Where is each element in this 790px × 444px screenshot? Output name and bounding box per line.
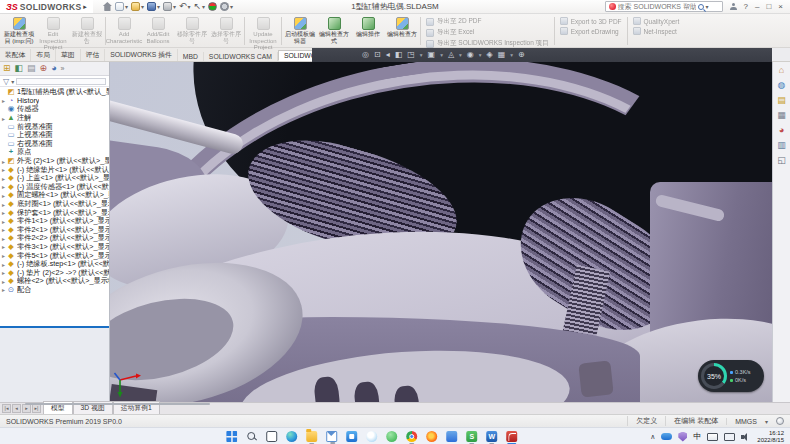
- minimize-button[interactable]: –: [755, 3, 759, 11]
- rebuild-button[interactable]: [208, 2, 217, 11]
- tree-root[interactable]: ◩1型缸辅热电偶 (默认<默认_显示状态-1: [0, 88, 109, 97]
- edge-browser-icon[interactable]: [286, 431, 297, 442]
- clock[interactable]: 16:12 2022/8/15: [757, 430, 784, 443]
- edit-operation-button[interactable]: 编辑操作: [351, 15, 385, 47]
- undo-button[interactable]: ↶▾: [179, 2, 191, 11]
- configuration-manager-tab[interactable]: ▤: [27, 64, 36, 73]
- caret-icon[interactable]: ▾: [459, 52, 462, 58]
- qualityxpert-button[interactable]: QualityXpert: [633, 17, 680, 25]
- ime-indicator[interactable]: 中: [693, 431, 701, 442]
- view-settings-icon[interactable]: ⊕: [518, 51, 525, 59]
- login-user-icon[interactable]: [730, 3, 737, 10]
- tree-item-part[interactable]: ▸◆保护套<1> (默认<<默认>_显示状: [0, 208, 109, 217]
- file-explorer-icon[interactable]: [306, 431, 317, 442]
- scroll-last-button[interactable]: ▸|: [32, 404, 41, 413]
- export-3d-pdf-button[interactable]: Export to 3D PDF: [560, 17, 622, 25]
- messenger-app-icon[interactable]: [386, 431, 397, 442]
- tree-item-sensors[interactable]: ◉传感器: [0, 105, 109, 114]
- weather-app-icon[interactable]: [366, 431, 377, 442]
- graphics-viewport[interactable]: 35% 0.3K/s 0K/s: [110, 62, 772, 402]
- solidworks-logo[interactable]: ЗS SOLIDWORKS ▸: [0, 0, 93, 13]
- print-button[interactable]: ▾: [163, 2, 176, 11]
- expand-arrow-icon[interactable]: ▸: [0, 97, 7, 104]
- tree-item-part[interactable]: ▸◆螺栓<2> (默认<<默认>_显示状态: [0, 277, 109, 286]
- expand-arrow-icon[interactable]: ▸: [0, 218, 7, 225]
- expand-arrow-icon[interactable]: ▸: [0, 261, 7, 268]
- tree-item-part[interactable]: ▸◆零件3<1> (默认<<默认>_显示状态: [0, 243, 109, 252]
- tab-sketch[interactable]: 草图: [56, 49, 81, 61]
- expand-arrow-icon[interactable]: ▸: [0, 175, 7, 182]
- expand-arrow-icon[interactable]: ▸: [0, 115, 7, 122]
- tab-solidworks-cam[interactable]: SOLIDWORKS CAM: [204, 52, 278, 61]
- volume-icon[interactable]: [741, 433, 751, 441]
- tab-mbd[interactable]: MBD: [178, 52, 204, 61]
- caret-icon[interactable]: ▾: [440, 52, 443, 58]
- tab-evaluate[interactable]: 评估: [81, 49, 106, 61]
- open-file-button[interactable]: ▾: [131, 2, 144, 11]
- menu-expand-arrow-icon[interactable]: ▸: [83, 3, 87, 11]
- section-view-icon[interactable]: ◧: [395, 51, 403, 59]
- launch-template-editor-button[interactable]: 启动模板编辑器: [283, 15, 317, 47]
- help-button[interactable]: ?: [744, 3, 748, 11]
- edit-inspection-method-button[interactable]: 编辑检查方式: [317, 15, 351, 47]
- zoom-fit-icon[interactable]: ◎: [362, 51, 369, 59]
- expand-arrow-icon[interactable]: ▸: [0, 269, 7, 276]
- tree-item-part[interactable]: ▸◆底封圈<1> (默认<<默认>_显示状: [0, 200, 109, 209]
- horizontal-scrollbar[interactable]: [25, 403, 210, 405]
- annotation-view-icon[interactable]: ◳: [407, 51, 415, 59]
- home-icon[interactable]: ⌂: [779, 66, 784, 75]
- close-button[interactable]: ×: [778, 3, 783, 11]
- scroll-right-button[interactable]: ▸: [22, 404, 31, 413]
- apply-scene-icon[interactable]: ▦: [498, 51, 506, 59]
- tree-item-part[interactable]: ▸◆零件1<1> (默认<<默认>_显示状态: [0, 217, 109, 226]
- onedrive-icon[interactable]: [661, 433, 672, 440]
- mail-icon[interactable]: [326, 431, 337, 442]
- remove-balloons-button[interactable]: 移除零件序号: [175, 15, 209, 47]
- search-input[interactable]: [618, 3, 696, 10]
- expand-arrow-icon[interactable]: ▸: [0, 235, 7, 242]
- dimxpert-manager-tab[interactable]: ⊕: [40, 64, 48, 73]
- display-manager-tab[interactable]: ◕: [51, 64, 56, 73]
- options-button[interactable]: ▾: [220, 2, 233, 11]
- tree-item-part[interactable]: ▸◆(-) 上盖<1> (默认<<默认>_显示状: [0, 174, 109, 183]
- property-manager-tab[interactable]: ◧: [15, 64, 24, 73]
- chrome-icon[interactable]: [406, 431, 417, 442]
- tab-assembly[interactable]: 装配体: [0, 49, 31, 61]
- view-palette-icon[interactable]: ▦: [777, 111, 786, 120]
- expand-arrow-icon[interactable]: ▸: [0, 158, 7, 165]
- browser-app-icon[interactable]: [426, 431, 437, 442]
- notes-app-icon[interactable]: [446, 431, 457, 442]
- edit-appearance-icon[interactable]: ◈: [487, 51, 493, 59]
- design-library-icon[interactable]: ◍: [778, 81, 786, 90]
- tree-item-origin[interactable]: +原点: [0, 148, 109, 157]
- status-units[interactable]: MMGS: [726, 418, 765, 425]
- zoom-area-icon[interactable]: ⊡: [374, 51, 381, 59]
- wps-icon[interactable]: S: [466, 431, 477, 442]
- expand-arrow-icon[interactable]: ▸: [0, 209, 7, 216]
- tree-item-mates[interactable]: ▸⊙配合: [0, 286, 109, 295]
- filter-funnel-icon[interactable]: ▽: [3, 77, 9, 86]
- more-tabs-icon[interactable]: »: [61, 64, 65, 73]
- tree-item-part[interactable]: ▸◆(-) 垫片 (2)<2> ->? (默认<<默认: [0, 268, 109, 277]
- caret-icon[interactable]: ▾: [510, 52, 513, 58]
- tree-item-right-plane[interactable]: ▭右视基准面: [0, 140, 109, 149]
- expand-arrow-icon[interactable]: ▸: [0, 243, 7, 250]
- expand-arrow-icon[interactable]: ▸: [0, 183, 7, 190]
- add-characteristic-button[interactable]: Add Characteristic: [107, 15, 141, 47]
- net-inspect-button[interactable]: Net-Inspect: [633, 27, 680, 35]
- taskbar-search-icon[interactable]: [246, 431, 257, 442]
- tree-item-part[interactable]: ▸◆(-) 绝缘垫片<1> (默认<<默认>_显: [0, 165, 109, 174]
- file-explorer-icon[interactable]: ▤: [777, 96, 786, 105]
- export-2d-pdf-button[interactable]: 导出至 2D PDF: [426, 17, 549, 26]
- tab-layout[interactable]: 布局: [31, 49, 56, 61]
- tree-item-part[interactable]: ▸◆(-) 绝缘板.step<1> (默认<<默认: [0, 260, 109, 269]
- expand-arrow-icon[interactable]: ▸: [0, 226, 7, 233]
- expand-arrow-icon[interactable]: ▸: [0, 278, 7, 285]
- expand-arrow-icon[interactable]: ▸: [0, 201, 7, 208]
- tree-item-part[interactable]: ▸◆固定螺栓<1> (默认<<默认>_显示: [0, 191, 109, 200]
- status-help-icon[interactable]: [776, 417, 784, 425]
- caret-icon[interactable]: ▾: [420, 52, 423, 58]
- expand-arrow-icon[interactable]: ▸: [0, 252, 7, 259]
- save-button[interactable]: ▾: [147, 2, 160, 11]
- display-style-icon[interactable]: ◬: [448, 51, 454, 59]
